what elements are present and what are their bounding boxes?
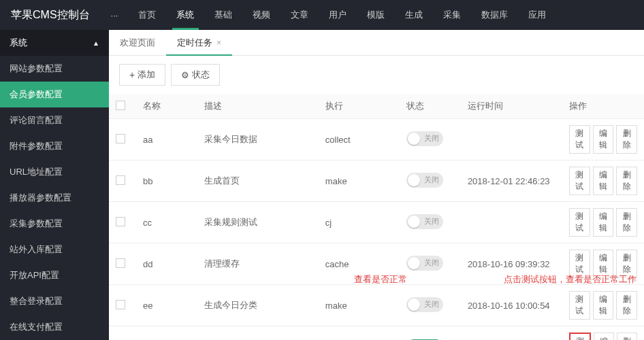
sidebar-item-8[interactable]: 开放API配置 [0,262,109,288]
sidebar-item-7[interactable]: 站外入库配置 [0,237,109,262]
check-all[interactable] [116,101,125,110]
task-table: 名称 描述 执行 状态 运行时间 操作 aa采集今日数据collect关闭测试编… [109,94,644,340]
top-nav: 首页系统基础视频文章用户模版生成采集数据库应用 [128,0,556,30]
cell-desc: OK资源采集 [197,326,319,341]
cell-name: okzycj [136,326,197,341]
edit-button[interactable]: 编辑 [594,333,614,340]
tab-label: 欢迎页面 [120,37,155,48]
nav-item-2[interactable]: 基础 [204,0,242,30]
sidebar-item-0[interactable]: 网站参数配置 [0,56,109,82]
close-icon[interactable]: × [216,38,221,48]
edit-button[interactable]: 编辑 [593,125,614,154]
nav-item-6[interactable]: 模版 [357,0,395,30]
status-button[interactable]: ⚙ 状态 [171,64,220,86]
col-status: 状态 [400,94,461,119]
cell-desc: 清理缓存 [197,243,319,285]
edit-button[interactable]: 编辑 [593,208,614,237]
row-checkbox[interactable] [116,134,125,143]
cell-exec: cache [319,243,400,285]
sidebar-item-9[interactable]: 整合登录配置 [0,288,109,314]
sidebar-item-5[interactable]: 播放器参数配置 [0,185,109,211]
cell-time [461,119,562,160]
edit-button[interactable]: 编辑 [593,167,614,195]
tab-0[interactable]: 欢迎页面 [109,30,166,55]
toolbar: + 添加 ⚙ 状态 [109,56,644,94]
nav-item-1[interactable]: 系统 [166,0,204,30]
tab-label: 定时任务 [177,37,212,48]
table-row: aa采集今日数据collect关闭测试编辑删除 [109,119,644,160]
cell-exec: make [319,160,400,202]
switch-knob [408,299,420,311]
nav-item-10[interactable]: 应用 [518,0,556,30]
test-button[interactable]: 测试 [569,250,590,278]
cell-desc: 生成今日分类 [197,285,319,326]
cell-time: 2018-10-16 10:00:54 [461,285,562,326]
test-button[interactable]: 测试 [569,333,591,340]
sidebar-item-6[interactable]: 采集参数配置 [0,211,109,237]
cell-name: aa [136,119,197,160]
cell-name: dd [136,243,197,285]
cell-exec: collect [319,326,400,341]
ellipsis-icon[interactable]: ··· [101,10,129,20]
delete-button[interactable]: 删除 [617,333,637,340]
nav-item-8[interactable]: 采集 [433,0,471,30]
col-time: 运行时间 [461,94,562,119]
delete-button[interactable]: 删除 [616,250,637,278]
sidebar-item-3[interactable]: 附件参数配置 [0,133,109,159]
table-row: okzycjOK资源采集collect正常测试编辑删除 [109,326,644,341]
switch-knob [408,216,420,228]
tab-1[interactable]: 定时任务× [166,30,232,55]
cell-name: bb [136,160,197,202]
nav-item-9[interactable]: 数据库 [471,0,518,30]
row-checkbox[interactable] [116,217,125,226]
sidebar-head[interactable]: 系统 ▲ [0,30,109,56]
nav-item-0[interactable]: 首页 [128,0,166,30]
delete-button[interactable]: 删除 [616,291,637,320]
edit-button[interactable]: 编辑 [593,291,614,320]
app-logo: 苹果CMS控制台 [0,8,101,22]
switch-knob [408,174,420,186]
row-checkbox[interactable] [116,175,125,185]
col-desc: 描述 [197,94,319,119]
add-button[interactable]: + 添加 [119,64,165,86]
cell-exec: cj [319,202,400,243]
nav-item-4[interactable]: 文章 [280,0,319,30]
col-ops: 操作 [562,94,644,119]
sidebar-item-1[interactable]: 会员参数配置 [0,82,109,107]
delete-button[interactable]: 删除 [616,167,637,195]
cell-desc: 采集今日数据 [197,119,319,160]
cell-exec: collect [319,119,400,160]
nav-item-7[interactable]: 生成 [395,0,433,30]
cell-time [461,326,562,341]
status-switch[interactable]: 关闭 [406,173,443,188]
switch-knob [408,257,420,269]
table-row: dd清理缓存cache关闭2018-10-16 09:39:32测试编辑删除 [109,243,644,285]
table-row: cc采集规则测试cj关闭测试编辑删除 [109,202,644,243]
row-checkbox[interactable] [116,300,125,309]
test-button[interactable]: 测试 [569,291,590,320]
row-checkbox[interactable] [116,258,125,268]
table-header-row: 名称 描述 执行 状态 运行时间 操作 [109,94,644,119]
test-button[interactable]: 测试 [569,125,590,154]
nav-item-5[interactable]: 用户 [319,0,357,30]
sidebar-item-10[interactable]: 在线支付配置 [0,314,109,340]
delete-button[interactable]: 删除 [616,125,637,154]
status-switch[interactable]: 关闭 [406,131,443,146]
status-switch[interactable]: 关闭 [406,256,443,271]
sidebar-item-4[interactable]: URL地址配置 [0,159,109,185]
sidebar-item-2[interactable]: 评论留言配置 [0,107,109,133]
col-name: 名称 [136,94,197,119]
chevron-up-icon: ▲ [93,39,99,47]
gear-icon: ⚙ [181,70,189,80]
nav-item-3[interactable]: 视频 [242,0,280,30]
cell-exec: make [319,285,400,326]
cell-name: cc [136,202,197,243]
cell-time [461,202,562,243]
test-button[interactable]: 测试 [569,167,590,195]
edit-button[interactable]: 编辑 [593,250,614,278]
tab-bar: 欢迎页面定时任务× [109,30,644,56]
status-switch[interactable]: 关闭 [406,297,443,312]
status-switch[interactable]: 关闭 [406,214,443,229]
test-button[interactable]: 测试 [569,208,590,237]
delete-button[interactable]: 删除 [616,208,637,237]
